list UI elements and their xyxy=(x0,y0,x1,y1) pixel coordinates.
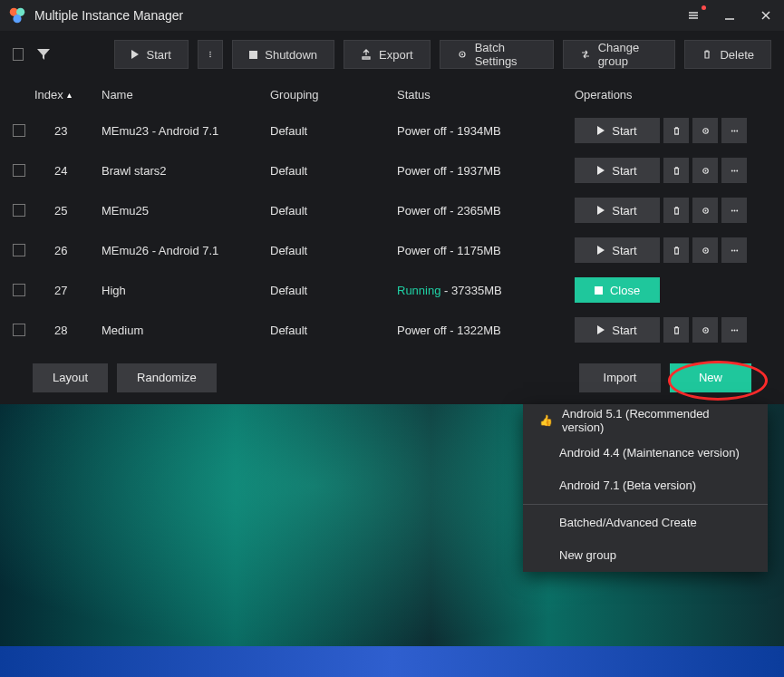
svg-point-27 xyxy=(733,209,735,211)
row-delete-button[interactable] xyxy=(663,118,689,143)
ellipsis-icon xyxy=(730,166,740,176)
titlebar: Multiple Instance Manager xyxy=(0,0,784,31)
row-delete-button[interactable] xyxy=(663,317,689,343)
row-checkbox[interactable] xyxy=(13,324,25,336)
row-checkbox[interactable] xyxy=(13,244,25,256)
svg-point-15 xyxy=(704,130,706,131)
start-all-button[interactable]: Start xyxy=(114,40,189,69)
row-start-button[interactable]: Start xyxy=(575,237,660,263)
row-start-button[interactable]: Start xyxy=(575,198,660,223)
col-grouping[interactable]: Grouping xyxy=(270,88,397,102)
row-name: Medium xyxy=(102,324,270,337)
row-more-button[interactable] xyxy=(721,198,747,223)
play-icon xyxy=(597,325,605,334)
batch-settings-button[interactable]: Batch Settings xyxy=(440,40,554,69)
svg-point-18 xyxy=(736,130,738,131)
menu-button[interactable] xyxy=(675,0,711,31)
svg-point-13 xyxy=(461,53,463,55)
menu-item-android44[interactable]: Android 4.4 (Maintenance version) xyxy=(523,437,768,469)
batch-settings-label: Batch Settings xyxy=(475,41,537,68)
row-more-button[interactable] xyxy=(721,237,747,263)
minimize-button[interactable] xyxy=(711,0,748,31)
shutdown-button[interactable]: Shutdown xyxy=(232,40,334,69)
gear-icon xyxy=(701,246,711,256)
play-icon xyxy=(131,50,139,59)
row-name: Brawl stars2 xyxy=(102,164,270,178)
select-all-checkbox[interactable] xyxy=(13,48,24,61)
delete-label: Delete xyxy=(720,48,754,62)
table-row: 23MEmu23 - Android 7.1DefaultPower off -… xyxy=(0,111,784,150)
notification-dot-icon xyxy=(702,5,706,10)
trash-icon xyxy=(672,166,682,176)
svg-point-33 xyxy=(736,249,738,251)
menu-item-android71[interactable]: Android 7.1 (Beta version) xyxy=(523,469,768,502)
row-settings-button[interactable] xyxy=(692,198,718,223)
row-start-button[interactable]: Start xyxy=(575,118,660,143)
status-text: Power off - 1175MB xyxy=(397,244,501,257)
change-group-button[interactable]: Change group xyxy=(563,40,676,69)
row-delete-button[interactable] xyxy=(663,198,689,223)
swap-icon xyxy=(580,49,591,60)
start-all-label: Start xyxy=(146,48,170,62)
import-button[interactable]: Import xyxy=(579,363,661,392)
row-close-button[interactable]: Close xyxy=(575,277,660,303)
menu-item-new-group[interactable]: New group xyxy=(523,539,768,572)
ellipsis-icon xyxy=(730,126,740,136)
export-label: Export xyxy=(379,48,413,62)
col-name[interactable]: Name xyxy=(102,88,270,102)
new-dropdown-menu: 👍 Android 5.1 (Recommended version) Andr… xyxy=(523,404,768,572)
row-more-button[interactable] xyxy=(721,118,747,143)
delete-button[interactable]: Delete xyxy=(684,40,771,69)
row-grouping: Default xyxy=(270,204,397,218)
row-settings-button[interactable] xyxy=(692,237,718,263)
row-start-button[interactable]: Start xyxy=(575,317,660,343)
table-row: 24Brawl stars2DefaultPower off - 1937MBS… xyxy=(0,150,784,190)
row-name: MEmu23 - Android 7.1 xyxy=(102,124,270,138)
row-checkbox[interactable] xyxy=(13,284,25,296)
svg-point-37 xyxy=(733,329,735,331)
ellipsis-icon xyxy=(730,206,740,216)
row-settings-button[interactable] xyxy=(692,118,718,143)
row-checkbox[interactable] xyxy=(13,164,25,177)
row-delete-button[interactable] xyxy=(663,158,689,183)
gear-icon xyxy=(701,206,711,216)
new-button[interactable]: New xyxy=(670,363,751,392)
row-index: 28 xyxy=(34,324,102,337)
export-icon xyxy=(361,49,372,60)
row-more-button[interactable] xyxy=(721,317,747,343)
randomize-button[interactable]: Randomize xyxy=(117,363,217,392)
footer-bar: Layout Randomize Import New 👍 Android 5.… xyxy=(0,352,784,404)
ellipsis-icon xyxy=(730,325,740,335)
status-text: Power off - 1934MB xyxy=(397,124,501,138)
row-settings-button[interactable] xyxy=(692,317,718,343)
table-row: 26MEmu26 - Android 7.1DefaultPower off -… xyxy=(0,230,784,270)
window-title: Multiple Instance Manager xyxy=(34,8,183,23)
col-status[interactable]: Status xyxy=(397,88,575,102)
svg-point-9 xyxy=(209,52,211,53)
row-checkbox[interactable] xyxy=(13,204,25,217)
stop-icon xyxy=(595,286,603,295)
table-row: 25MEmu25DefaultPower off - 2365MBStart xyxy=(0,190,784,230)
row-checkbox[interactable] xyxy=(13,124,25,137)
col-index[interactable]: Index ▴ xyxy=(34,88,102,102)
menu-item-batched-create[interactable]: Batched/Advanced Create xyxy=(523,507,768,539)
trash-icon xyxy=(672,325,682,335)
play-icon xyxy=(597,126,605,135)
row-settings-button[interactable] xyxy=(692,158,718,183)
play-icon xyxy=(597,166,605,175)
svg-point-31 xyxy=(731,249,732,251)
svg-point-26 xyxy=(731,209,732,211)
layout-button[interactable]: Layout xyxy=(33,363,108,392)
row-index: 26 xyxy=(34,244,102,257)
row-start-button[interactable]: Start xyxy=(575,158,660,183)
row-more-button[interactable] xyxy=(721,158,747,183)
svg-point-36 xyxy=(731,329,732,331)
row-delete-button[interactable] xyxy=(663,237,689,263)
start-dropdown-button[interactable] xyxy=(198,40,223,69)
row-index: 24 xyxy=(34,164,102,178)
export-button[interactable]: Export xyxy=(344,40,431,69)
menu-item-android51[interactable]: 👍 Android 5.1 (Recommended version) xyxy=(523,404,768,437)
svg-point-35 xyxy=(704,329,706,331)
filter-button[interactable] xyxy=(36,47,51,62)
close-window-button[interactable] xyxy=(748,0,784,31)
